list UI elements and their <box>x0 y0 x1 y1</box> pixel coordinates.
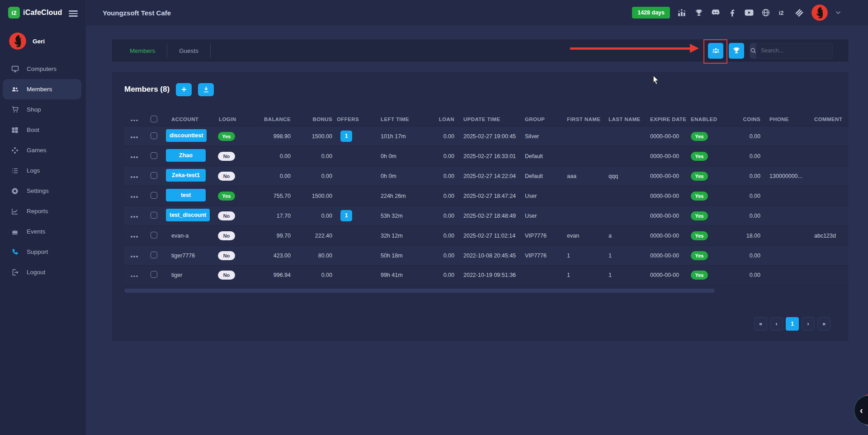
col-left-time[interactable]: LEFT TIME <box>360 117 410 122</box>
table-row[interactable]: Zhao No 0.00 0.00 0h 0m 0.00 2025-02-27 … <box>124 146 849 166</box>
pagination-prev[interactable]: ‹ <box>770 317 783 331</box>
col-offers[interactable]: OFFERS <box>334 117 360 122</box>
account-cell[interactable]: evan-a <box>166 233 189 239</box>
account-cell[interactable]: tiger7776 <box>166 253 195 259</box>
row-checkbox[interactable] <box>151 232 157 239</box>
pagination-first[interactable]: « <box>754 317 767 331</box>
sidebar-item-reports[interactable]: Reports <box>0 201 86 221</box>
ranking-icon[interactable] <box>678 9 687 17</box>
add-member-button[interactable] <box>176 83 192 96</box>
export-button[interactable] <box>198 83 214 96</box>
account-cell[interactable]: Zeka-test1 <box>166 169 206 182</box>
sidebar-item-logout[interactable]: Logout <box>0 262 86 282</box>
row-checkbox[interactable] <box>151 132 157 139</box>
pagination-last[interactable]: » <box>817 317 830 331</box>
trophy-icon[interactable] <box>694 9 703 17</box>
pagination-next[interactable]: › <box>802 317 815 331</box>
col-login[interactable]: LOGIN <box>213 117 252 122</box>
col-coins[interactable]: COINS <box>731 117 768 122</box>
members-view-button[interactable] <box>708 43 723 59</box>
sidebar-item-support[interactable]: Support <box>0 242 86 262</box>
table-row[interactable]: tiger No 996.94 0.00 99h 41m 0.00 2022-1… <box>124 265 849 285</box>
row-actions-button[interactable] <box>124 136 138 138</box>
search-input[interactable] <box>756 43 833 58</box>
sidebar-item-members[interactable]: Members <box>3 79 81 99</box>
more-options-icon[interactable] <box>124 120 138 122</box>
coins-cell: 0.00 <box>731 133 768 140</box>
last-name-cell: a <box>609 233 650 239</box>
col-last-name[interactable]: LAST NAME <box>609 117 650 122</box>
col-enabled[interactable]: ENABLED <box>691 117 731 122</box>
sidebar-item-games[interactable]: Games <box>0 140 86 160</box>
col-account[interactable]: ACCOUNT <box>166 117 213 122</box>
sidebar-item-computers[interactable]: Computers <box>0 59 86 79</box>
row-actions-button[interactable] <box>124 236 138 238</box>
cart-icon <box>11 106 19 114</box>
col-group[interactable]: GROUP <box>524 117 567 122</box>
user-avatar[interactable] <box>9 33 26 50</box>
layers-icon[interactable] <box>795 9 804 17</box>
youtube-icon[interactable] <box>745 9 754 17</box>
facebook-icon[interactable] <box>728 9 737 17</box>
select-all-checkbox[interactable] <box>151 116 157 122</box>
sidebar-item-settings[interactable]: Settings <box>0 181 86 201</box>
annotation-arrow <box>570 47 690 50</box>
license-days-badge[interactable]: 1428 days <box>632 7 670 19</box>
group-cell: VIP7776 <box>524 233 567 239</box>
col-expire-date[interactable]: EXPIRE DATE <box>650 117 691 122</box>
col-update-time[interactable]: UPDATE TIME <box>456 117 524 122</box>
table-row[interactable]: discounttest Yes 998.90 1500.00 1 101h 1… <box>124 126 849 146</box>
account-cell[interactable]: Zhao <box>166 149 206 162</box>
horizontal-scrollbar[interactable] <box>124 289 715 293</box>
expire-date-cell: 0000-00-00 <box>650 233 691 239</box>
coins-cell: 0.00 <box>731 253 768 259</box>
offers-badge[interactable]: 1 <box>340 131 352 142</box>
pagination-page-1[interactable]: 1 <box>786 317 799 331</box>
chevron-down-icon[interactable] <box>835 11 841 14</box>
account-cell[interactable]: test_discount <box>166 209 210 221</box>
logout-icon <box>11 268 19 276</box>
account-avatar[interactable] <box>811 5 828 21</box>
row-actions-button[interactable] <box>124 156 138 158</box>
table-row[interactable]: evan-a No 99.70 222.40 32h 12m 0.00 2025… <box>124 225 849 245</box>
tab-members[interactable]: Members <box>118 39 167 62</box>
table-row[interactable]: test_discount No 17.70 0.00 1 53h 32m 0.… <box>124 206 849 225</box>
menu-toggle-icon[interactable] <box>69 9 78 18</box>
expire-date-cell: 0000-00-00 <box>650 213 691 219</box>
row-actions-button[interactable] <box>124 216 138 218</box>
account-cell[interactable]: test <box>166 189 206 201</box>
table-row[interactable]: tiger7776 No 423.00 80.00 50h 18m 0.00 2… <box>124 245 849 265</box>
col-bonus[interactable]: BONUS <box>292 117 334 122</box>
icafecloud-icon[interactable]: i2 <box>778 9 787 17</box>
sidebar-item-shop[interactable]: Shop <box>0 99 86 120</box>
row-actions-button[interactable] <box>124 196 138 198</box>
row-actions-button[interactable] <box>124 276 138 277</box>
row-checkbox[interactable] <box>151 271 157 278</box>
account-cell[interactable]: tiger <box>166 272 182 278</box>
offers-badge[interactable]: 1 <box>340 210 352 221</box>
col-balance[interactable]: BALANCE <box>252 117 292 122</box>
group-cell: User <box>524 213 567 219</box>
col-loan[interactable]: LOAN <box>410 117 456 122</box>
col-phone[interactable]: PHONE <box>768 117 808 122</box>
globe-icon[interactable] <box>761 9 770 17</box>
row-actions-button[interactable] <box>124 256 138 257</box>
tab-guests[interactable]: Guests <box>167 39 210 62</box>
account-cell[interactable]: discounttest <box>166 129 207 142</box>
expire-date-cell: 0000-00-00 <box>650 272 691 278</box>
row-checkbox[interactable] <box>151 252 157 258</box>
row-actions-button[interactable] <box>124 176 138 178</box>
col-first-name[interactable]: FIRST NAME <box>567 117 609 122</box>
col-comment[interactable]: COMMENT <box>808 117 849 122</box>
row-checkbox[interactable] <box>151 212 157 219</box>
row-checkbox[interactable] <box>151 192 157 199</box>
sidebar-item-logs[interactable]: Logs <box>0 160 86 181</box>
table-row[interactable]: test Yes 755.70 1500.00 224h 26m 0.00 20… <box>124 186 849 206</box>
discord-icon[interactable] <box>711 9 720 17</box>
row-checkbox[interactable] <box>151 152 157 159</box>
guests-view-button[interactable] <box>729 43 744 59</box>
sidebar-item-events[interactable]: Events <box>0 221 86 242</box>
sidebar-item-boot[interactable]: Boot <box>0 120 86 140</box>
table-row[interactable]: Zeka-test1 No 0.00 0.00 0h 0m 0.00 2025-… <box>124 166 849 186</box>
row-checkbox[interactable] <box>151 172 157 179</box>
